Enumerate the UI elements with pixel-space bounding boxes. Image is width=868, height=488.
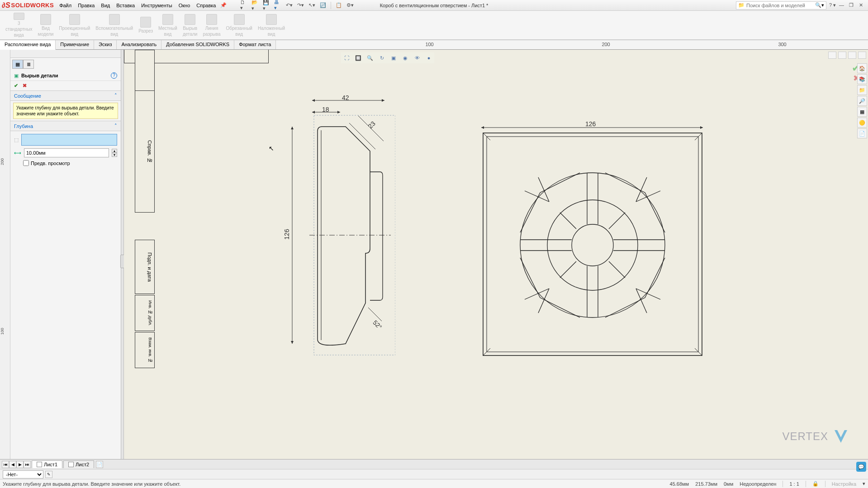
tab-annotation[interactable]: Примечание [56,40,94,49]
pin-icon[interactable]: 📌 [220,2,227,8]
undo-icon[interactable]: ↶▾ [285,2,293,9]
sheet-nav-next-icon[interactable]: ▶ [16,461,24,468]
breakout-icon [185,14,195,25]
canvas-min-icon[interactable] [828,52,836,59]
qat-separator [331,2,331,9]
new-icon[interactable]: 🗋▾ [240,2,247,9]
select-icon[interactable]: ↖▾ [308,2,315,9]
panel-list-view-icon[interactable]: ≣ [23,60,34,69]
depth-value-row: ⟷ ▲ ▼ [14,148,117,157]
options-icon[interactable]: 📋 [335,2,342,9]
rail-custom-prop-icon[interactable]: 📄 [857,128,867,138]
depth-label: Глубина [14,123,33,129]
layer-props-icon[interactable]: ✎ [45,471,52,478]
depth-selection-box[interactable] [21,134,117,146]
rotate-icon[interactable]: ↻ [377,53,386,62]
rail-file-explorer-icon[interactable]: 🔎 [857,96,867,106]
display-style-icon[interactable]: ◉ [401,53,410,62]
layer-combo[interactable]: -Нет- [3,470,43,479]
panel-icons-view-icon[interactable]: ▦ [12,60,23,69]
ribbon-cropped: Обрезанныйвид [223,12,255,38]
tab-view-layout[interactable]: Расположение вида [0,40,56,50]
tab-evaluate[interactable]: Анализировать [117,40,161,49]
menu-insert[interactable]: Вставка [116,3,135,8]
tab-addins[interactable]: Добавления SOLIDWORKS [161,40,234,49]
hide-show-icon[interactable]: 👁 [413,53,422,62]
drawing-front-view[interactable]: 126 [477,122,707,357]
rebuild-icon[interactable]: 🔃 [319,2,327,9]
rail-resource-icon[interactable]: 📚 [857,74,867,84]
spin-up-icon[interactable]: ▲ [112,149,117,153]
canvas-max-icon[interactable] [838,52,846,59]
rail-home-icon[interactable]: 🏠 [857,63,867,73]
open-icon[interactable]: 📂▾ [251,2,259,9]
svg-rect-10 [487,137,698,352]
help-icon[interactable]: ? [111,72,117,79]
section-view-icon[interactable]: ▣ [389,53,398,62]
sheet-nav-last-icon[interactable]: ⏭ [24,461,31,468]
rail-view-palette-icon[interactable]: ▦ [857,107,867,117]
menu-help[interactable]: Справка [196,3,216,8]
sheet-nav-prev-icon[interactable]: ◀ [9,461,16,468]
ribbon-projected-view: Проекционныйвид [56,12,93,38]
add-sheet-icon[interactable]: 📄 [96,461,103,468]
status-unit-icon[interactable]: 🔒 [812,481,819,487]
document-title: Короб с вентиляционным отверстием - Лист… [380,3,489,8]
feedback-icon[interactable]: 💬 [856,462,866,472]
title-bar: ∂S SOLIDWORKS Файл Правка Вид Вставка Ин… [0,0,868,11]
heads-up-view-toolbar: ⛶ 🔲 🔍 ↻ ▣ ◉ 👁 ● [341,52,434,63]
zoom-area-icon[interactable]: 🔲 [354,53,363,62]
ribbon-detail-view: Местныйвид [156,12,180,38]
settings-icon[interactable]: ⚙▾ [346,2,354,9]
minimize-icon[interactable]: — [839,2,846,9]
menu-view[interactable]: Вид [101,3,110,8]
restore-icon[interactable]: ❐ [849,2,856,9]
ok-button[interactable]: ✔ [14,83,18,89]
rail-design-library-icon[interactable]: 📁 [857,85,867,95]
rail-appearances-icon[interactable]: 🟡 [857,118,867,128]
horizontal-ruler: 100 200 300 [276,40,868,49]
quick-access-toolbar: 🗋▾ 📂▾ 💾▾ 🖶▾ ↶▾ ↷▾ ↖▾ 🔃 📋 ⚙▾ [240,2,354,9]
status-settings[interactable]: Настройка [832,481,856,487]
aux-view-icon [109,14,120,25]
redo-icon[interactable]: ↷▾ [297,2,304,9]
feature-title: Вырыв детали [21,73,58,78]
menu-file[interactable]: Файл [59,3,71,8]
drawing-side-view[interactable]: 42 18 23 126 52° [278,95,395,357]
search-box[interactable]: 📁 🔍▾ [736,1,826,9]
menu-tools[interactable]: Инструменты [141,3,172,8]
appearance-icon[interactable]: ● [424,53,433,62]
svg-line-21 [636,177,647,202]
save-icon[interactable]: 💾▾ [263,2,270,9]
app-logo: ∂S SOLIDWORKS [2,1,54,9]
close-icon[interactable]: ✕ [859,2,866,9]
sheet-nav-first-icon[interactable]: ⏮ [2,461,9,468]
main-menu: Файл Правка Вид Вставка Инструменты Окно… [59,3,216,8]
zoom-icon[interactable]: 🔍 [365,53,375,62]
preview-checkbox[interactable] [23,160,29,166]
zoom-fit-icon[interactable]: ⛶ [342,53,351,62]
message-section-header[interactable]: Сообщение ˄ [10,90,121,101]
status-chevron-icon[interactable]: ▾ [863,481,865,487]
tab-sheet-format[interactable]: Формат листа [234,40,276,49]
titleblock-ref-no: Справ. № [135,90,155,213]
search-input[interactable] [746,3,813,8]
dim-42: 42 [342,94,349,101]
print-icon[interactable]: 🖶▾ [274,2,281,9]
sheet-tab-2[interactable]: Лист2 [63,460,94,468]
spin-down-icon[interactable]: ▼ [112,153,117,157]
menu-window[interactable]: Окно [179,3,190,8]
drawing-canvas[interactable]: ⛶ 🔲 🔍 ↻ ▣ ◉ 👁 ● ✔ ✖ 🏠 📚 📁 🔎 ▦ 🟡 📄 [124,50,868,459]
depth-section-header[interactable]: Глубина ˄ [10,121,121,131]
cancel-button[interactable]: ✖ [23,83,27,89]
sheet-tab-1[interactable]: Лист1 [32,460,62,468]
status-scale[interactable]: 1 : 1 [789,481,799,487]
tab-sketch[interactable]: Эскиз [94,40,117,49]
depth-value-input[interactable] [24,148,109,157]
canvas-restore-icon[interactable] [848,52,856,59]
overlay-view-icon [266,14,277,25]
help-icon[interactable]: ? ▾ [829,2,836,9]
search-icon[interactable]: 🔍▾ [815,2,824,8]
preview-label: Предв. просмотр [31,161,70,166]
menu-edit[interactable]: Правка [78,3,95,8]
